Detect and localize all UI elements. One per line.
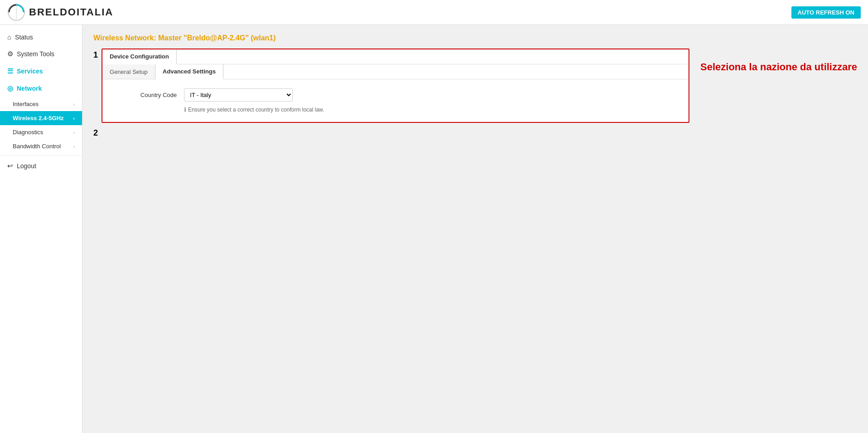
- sidebar-item-bandwidth-control[interactable]: Bandwidth Control ›: [0, 139, 82, 153]
- tab-advanced-settings[interactable]: Advanced Settings: [155, 64, 223, 79]
- sidebar-item-network[interactable]: ◎ Network: [0, 80, 82, 97]
- sidebar-item-diagnostics[interactable]: Diagnostics ›: [0, 125, 82, 139]
- sidebar-item-label-bandwidth-control: Bandwidth Control: [13, 143, 61, 150]
- sidebar-item-label-status: Status: [15, 34, 33, 41]
- tab-content-advanced-settings: Country Code IT - Italy US - United Stat…: [102, 79, 689, 122]
- sidebar-item-wireless[interactable]: Wireless 2.4-5GHz ›: [0, 111, 82, 125]
- tab-device-configuration[interactable]: Device Configuration: [102, 49, 177, 64]
- sidebar-divider: [0, 155, 82, 156]
- main-layout: ⌂ Status ⚙ System Tools ☰ Services ◎ Net…: [0, 25, 868, 433]
- chevron-icon-diagnostics: ›: [73, 130, 75, 135]
- sidebar-item-interfaces[interactable]: Interfaces ›: [0, 97, 82, 111]
- tab-general-setup[interactable]: General Setup: [102, 64, 155, 79]
- sidebar-item-label-wireless: Wireless 2.4-5GHz: [13, 115, 64, 122]
- network-icon: ◎: [7, 84, 13, 92]
- tab-panel: Device Configuration General Setup Advan…: [102, 49, 689, 123]
- sidebar-item-label-services: Services: [17, 68, 43, 75]
- inner-tab-header: General Setup Advanced Settings: [102, 64, 689, 79]
- sidebar-item-services[interactable]: ☰ Services: [0, 63, 82, 80]
- sidebar-item-label-logout: Logout: [17, 162, 36, 170]
- annotation-text: Seleziona la nazione da utilizzare: [700, 61, 857, 73]
- chevron-icon-interfaces: ›: [73, 102, 75, 107]
- sidebar-item-label-network: Network: [17, 85, 42, 92]
- hint-text: Ensure you select a correct country to c…: [188, 107, 324, 113]
- sidebar-item-logout[interactable]: ↩ Logout: [0, 157, 82, 175]
- form-row-country-code: Country Code IT - Italy US - United Stat…: [113, 88, 678, 102]
- system-tools-icon: ⚙: [7, 50, 13, 58]
- status-icon: ⌂: [7, 33, 11, 41]
- chevron-icon-bandwidth-control: ›: [73, 144, 75, 149]
- logo: BRELDOITALIA: [7, 3, 113, 21]
- sidebar-item-system-tools[interactable]: ⚙ System Tools: [0, 45, 82, 63]
- step2-container: 2: [93, 126, 857, 138]
- header: BRELDOITALIA AUTO REFRESH ON: [0, 0, 868, 25]
- sidebar-item-label-interfaces: Interfaces: [13, 101, 39, 107]
- main-content: Wireless Network: Master "Breldo@AP-2.4G…: [82, 25, 868, 433]
- chevron-icon-wireless: ›: [73, 116, 75, 121]
- step1-number: 1: [93, 50, 98, 60]
- logo-text: BRELDOITALIA: [29, 6, 113, 18]
- page-title: Wireless Network: Master "Breldo@AP-2.4G…: [93, 34, 857, 42]
- logo-icon: [7, 3, 25, 21]
- country-code-label: Country Code: [113, 92, 177, 98]
- step2-number: 2: [93, 128, 98, 138]
- services-icon: ☰: [7, 67, 13, 75]
- sidebar-item-label-system-tools: System Tools: [17, 50, 54, 58]
- country-code-select[interactable]: IT - Italy US - United States DE - Germa…: [184, 88, 293, 102]
- tab-header: Device Configuration: [102, 49, 689, 64]
- sidebar-item-status[interactable]: ⌂ Status: [0, 29, 82, 45]
- logout-icon: ↩: [7, 162, 13, 170]
- country-code-hint: ℹ Ensure you select a correct country to…: [184, 106, 678, 113]
- sidebar-item-label-diagnostics: Diagnostics: [13, 129, 43, 136]
- auto-refresh-button[interactable]: AUTO REFRESH ON: [791, 6, 861, 19]
- sidebar: ⌂ Status ⚙ System Tools ☰ Services ◎ Net…: [0, 25, 82, 433]
- step1-container: 1 Device Configuration General Setup Adv…: [93, 49, 857, 123]
- hint-icon: ℹ: [184, 106, 186, 113]
